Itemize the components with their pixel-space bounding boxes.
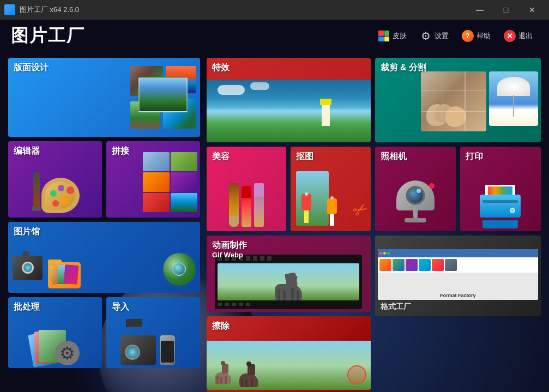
main-content: 图片工厂 皮肤 ⚙ 设置	[0, 20, 549, 392]
exit-label: 退出	[518, 31, 533, 41]
effects-tile-label: 特效	[212, 62, 230, 74]
window-close-button[interactable]: ✕	[520, 0, 545, 20]
batch-tile-label: 批处理	[14, 301, 40, 313]
batch-icon: ⚙	[31, 322, 80, 365]
titlebar-title: 图片工厂 x64 2.6.0	[20, 5, 79, 15]
gif-tile[interactable]: 动画制作 Gif Webp	[207, 236, 371, 312]
skin-icon	[378, 30, 390, 42]
import-tile[interactable]: 导入	[106, 297, 200, 368]
effects-landscape-img	[207, 80, 371, 142]
gallery-camera-icon	[13, 250, 45, 280]
beauty-tile-label: 美容	[212, 151, 230, 162]
tile-grid: 版面设计 编辑器	[0, 52, 549, 392]
help-icon: ?	[462, 30, 474, 42]
gallery-eye-icon	[160, 250, 196, 286]
gear-icon: ⚙	[420, 30, 432, 42]
erase-tile[interactable]: 擦除	[207, 316, 371, 392]
camera-tile[interactable]: 照相机	[375, 147, 456, 231]
layout-tile-label: 版面设计	[14, 62, 49, 74]
format-factory-tile-label: 格式工厂	[381, 302, 411, 312]
titlebar-left: 图片工厂 x64 2.6.0	[4, 4, 79, 15]
gallery-tile[interactable]: 图片馆	[8, 222, 200, 293]
settings-button[interactable]: ⚙ 设置	[414, 27, 454, 45]
settings-label: 设置	[435, 31, 449, 41]
print-icon	[477, 185, 523, 228]
gallery-icon	[13, 250, 196, 288]
gallery-folder-icon	[48, 250, 158, 288]
collage-tile[interactable]: 拼接	[106, 141, 200, 218]
skin-button[interactable]: 皮肤	[372, 27, 412, 45]
editor-tile-label: 编辑器	[14, 146, 40, 157]
cutout-tile-label: 抠图	[296, 151, 313, 162]
collage-tile-label: 拼接	[112, 146, 129, 157]
gif-tile-label: 动画制作	[212, 240, 247, 251]
format-factory-brand: Format Factory	[379, 293, 537, 298]
batch-tile[interactable]: 批处理 ⚙	[8, 297, 102, 368]
middle-column: 特效 美容	[204, 58, 373, 392]
help-label: 帮助	[476, 31, 491, 41]
left-column: 版面设计 编辑器	[8, 58, 204, 392]
editor-icon	[31, 170, 80, 213]
minimize-button[interactable]: —	[467, 0, 492, 20]
cutout-icon: ✂	[291, 168, 370, 228]
print-tile-label: 打印	[466, 151, 483, 162]
erase-icon	[207, 341, 371, 390]
maximize-button[interactable]: □	[493, 0, 518, 20]
layout-tile[interactable]: 版面设计	[8, 58, 200, 137]
cutout-tile[interactable]: 抠图 ✂	[291, 147, 370, 231]
collage-icon	[143, 152, 197, 212]
exit-icon: ✕	[504, 30, 516, 42]
help-button[interactable]: ? 帮助	[456, 27, 496, 45]
format-factory-content: Format Factory	[378, 249, 539, 300]
titlebar-controls: — □ ✕	[467, 0, 545, 20]
titlebar: 图片工厂 x64 2.6.0 — □ ✕	[0, 0, 549, 20]
header-actions: 皮肤 ⚙ 设置 ? 帮助 ✕ 退出	[372, 27, 538, 45]
right-row1: 照相机	[375, 147, 541, 231]
mid-row1: 美容	[207, 147, 371, 231]
beauty-tile[interactable]: 美容	[207, 147, 286, 231]
skin-label: 皮肤	[393, 31, 407, 41]
app-header: 图片工厂 皮肤 ⚙ 设置	[0, 20, 549, 52]
beauty-icon	[229, 183, 264, 227]
left-row1: 编辑器	[8, 141, 200, 218]
left-row2: 批处理 ⚙ 导入	[8, 297, 200, 368]
import-tile-label: 导入	[112, 301, 129, 313]
right-column: 裁剪 & 分割	[373, 58, 541, 392]
crop-tile[interactable]: 裁剪 & 分割	[375, 58, 541, 142]
camera-icon	[391, 180, 440, 227]
format-factory-tile[interactable]: Format Factory 格式工厂	[375, 236, 541, 316]
erase-tile-label: 擦除	[212, 321, 230, 332]
exit-button[interactable]: ✕ 退出	[498, 27, 538, 45]
gif-tile-sublabel: Gif Webp	[212, 251, 243, 259]
mid-row2: 擦除	[207, 316, 371, 392]
import-icon	[120, 319, 175, 365]
editor-tile[interactable]: 编辑器	[8, 141, 102, 218]
camera-tile-label: 照相机	[381, 151, 407, 162]
crop-icon	[421, 71, 538, 131]
crop-tile-label: 裁剪 & 分割	[381, 62, 426, 74]
layout-collage-decoration	[130, 66, 196, 129]
app-icon	[4, 4, 15, 15]
app-title: 图片工厂	[11, 24, 85, 48]
print-tile[interactable]: 打印	[460, 147, 541, 231]
effects-tile[interactable]: 特效	[207, 58, 371, 142]
gif-icon	[207, 255, 371, 309]
gallery-tile-label: 图片馆	[14, 226, 40, 238]
